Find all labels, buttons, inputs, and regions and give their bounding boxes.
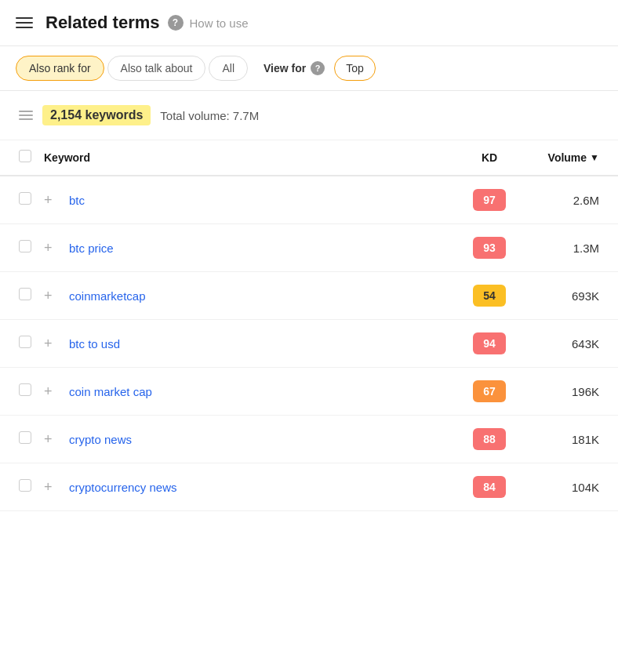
- volume-cell-2: 693K: [521, 289, 599, 303]
- row-checkbox-input-5[interactable]: [19, 431, 31, 444]
- add-keyword-button-0[interactable]: +: [44, 192, 66, 209]
- table-row: + btc price 93 1.3M: [0, 224, 618, 272]
- table-row: + btc 97 2.6M: [0, 176, 618, 224]
- tab-also-talk-about[interactable]: Also talk about: [107, 56, 206, 81]
- row-checkbox-5[interactable]: [19, 431, 44, 447]
- hamburger-menu-icon[interactable]: [16, 17, 33, 28]
- column-header-keyword: Keyword: [44, 151, 458, 164]
- page-title: Related terms: [45, 13, 160, 33]
- view-for-section: View for ?: [264, 61, 325, 75]
- kd-cell-3: 94: [458, 332, 521, 354]
- volume-cell-1: 1.3M: [521, 242, 599, 255]
- kd-badge-0: 97: [473, 189, 506, 211]
- keyword-link-2[interactable]: coinmarketcap: [69, 289, 458, 303]
- view-for-label: View for: [264, 62, 306, 74]
- kd-badge-5: 88: [473, 428, 506, 450]
- total-volume-label: Total volume: 7.7M: [160, 109, 259, 122]
- kd-badge-3: 94: [473, 332, 506, 354]
- keywords-count-badge: 2,154 keywords: [42, 105, 151, 125]
- volume-cell-6: 104K: [521, 481, 599, 494]
- add-keyword-button-4[interactable]: +: [44, 383, 66, 400]
- kd-cell-5: 88: [458, 428, 521, 450]
- row-checkbox-input-3[interactable]: [19, 336, 31, 348]
- row-checkbox-6[interactable]: [19, 479, 44, 495]
- volume-cell-3: 643K: [521, 337, 599, 351]
- add-keyword-button-6[interactable]: +: [44, 479, 66, 496]
- table-row: + coinmarketcap 54 693K: [0, 272, 618, 320]
- row-checkbox-1[interactable]: [19, 240, 44, 256]
- keywords-table: Keyword KD Volume ▼ + btc 97 2.6M + btc …: [0, 140, 618, 511]
- row-checkbox-input-1[interactable]: [19, 240, 31, 252]
- keyword-link-3[interactable]: btc to usd: [69, 337, 458, 351]
- select-all-checkbox[interactable]: [19, 150, 44, 165]
- kd-badge-2: 54: [473, 285, 506, 307]
- tab-bar: Also rank for Also talk about All View f…: [0, 46, 618, 91]
- keyword-link-4[interactable]: coin market cap: [69, 385, 458, 398]
- kd-badge-6: 84: [473, 476, 506, 498]
- view-for-help-icon[interactable]: ?: [311, 61, 325, 75]
- table-body: + btc 97 2.6M + btc price 93 1.3M + coin…: [0, 176, 618, 511]
- row-checkbox-4[interactable]: [19, 383, 44, 399]
- filter-icon[interactable]: [19, 111, 33, 120]
- row-checkbox-input-2[interactable]: [19, 288, 31, 300]
- add-keyword-button-3[interactable]: +: [44, 336, 66, 352]
- tab-all[interactable]: All: [209, 56, 248, 81]
- row-checkbox-input-0[interactable]: [19, 192, 31, 205]
- table-header-row: Keyword KD Volume ▼: [0, 140, 618, 176]
- table-row: + coin market cap 67 196K: [0, 368, 618, 416]
- keyword-link-0[interactable]: btc: [69, 194, 458, 207]
- summary-bar: 2,154 keywords Total volume: 7.7M: [0, 91, 618, 140]
- column-header-kd: KD: [458, 151, 521, 164]
- top-badge-button[interactable]: Top: [334, 56, 376, 81]
- kd-cell-2: 54: [458, 285, 521, 307]
- keyword-link-5[interactable]: crypto news: [69, 433, 458, 446]
- kd-cell-0: 97: [458, 189, 521, 211]
- kd-badge-1: 93: [473, 237, 506, 259]
- help-icon[interactable]: ?: [168, 15, 184, 31]
- how-to-use-link[interactable]: How to use: [190, 16, 249, 30]
- add-keyword-button-1[interactable]: +: [44, 240, 66, 256]
- kd-cell-1: 93: [458, 237, 521, 259]
- add-keyword-button-2[interactable]: +: [44, 288, 66, 304]
- tab-also-rank-for[interactable]: Also rank for: [16, 56, 104, 81]
- row-checkbox-0[interactable]: [19, 192, 44, 208]
- column-header-volume[interactable]: Volume ▼: [521, 151, 599, 164]
- add-keyword-button-5[interactable]: +: [44, 431, 66, 448]
- kd-cell-4: 67: [458, 380, 521, 402]
- volume-cell-5: 181K: [521, 433, 599, 446]
- select-all-input[interactable]: [19, 150, 31, 162]
- sort-arrow-icon: ▼: [590, 152, 599, 163]
- volume-cell-4: 196K: [521, 385, 599, 398]
- table-row: + crypto news 88 181K: [0, 416, 618, 463]
- keyword-link-1[interactable]: btc price: [69, 242, 458, 255]
- row-checkbox-input-4[interactable]: [19, 383, 31, 396]
- keyword-link-6[interactable]: cryptocurrency news: [69, 481, 458, 494]
- header: Related terms ? How to use: [0, 0, 618, 46]
- row-checkbox-3[interactable]: [19, 336, 44, 351]
- volume-cell-0: 2.6M: [521, 194, 599, 207]
- kd-cell-6: 84: [458, 476, 521, 498]
- row-checkbox-input-6[interactable]: [19, 479, 31, 492]
- table-row: + cryptocurrency news 84 104K: [0, 463, 618, 511]
- kd-badge-4: 67: [473, 380, 506, 402]
- table-row: + btc to usd 94 643K: [0, 320, 618, 368]
- row-checkbox-2[interactable]: [19, 288, 44, 303]
